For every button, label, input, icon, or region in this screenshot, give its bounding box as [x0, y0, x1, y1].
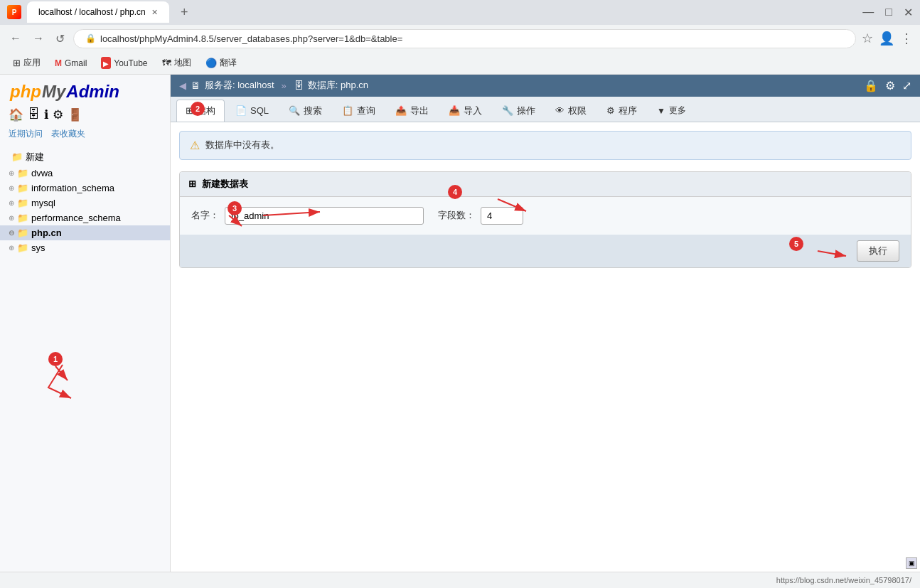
tab-routines[interactable]: ⚙ 程序	[597, 100, 646, 122]
tab-more[interactable]: ▼ 更多	[648, 100, 695, 121]
reload-button[interactable]: ↺	[53, 29, 68, 48]
new-table-header: ⊞ 新建数据表	[180, 172, 911, 197]
forward-button[interactable]: →	[30, 29, 47, 48]
query-tab-label: 查询	[357, 105, 375, 117]
pma-toolbar: 🏠 🗄 ℹ ⚙ 🚪	[0, 105, 170, 125]
execute-button[interactable]: 执行	[857, 240, 899, 262]
gmail-icon: M	[55, 58, 62, 68]
perf-schema-expand-icon: ⊕	[9, 214, 14, 222]
db-item-sys[interactable]: ⊕ 📁 sys	[0, 240, 170, 255]
ops-tab-icon: 🔧	[502, 105, 513, 116]
bookmark-gmail[interactable]: M Gmail	[49, 56, 92, 70]
recent-link[interactable]: 近期访问	[9, 128, 43, 140]
collapse-sidebar-icon[interactable]: ◀	[179, 80, 186, 91]
tab-privileges[interactable]: 👁 权限	[546, 100, 596, 122]
php-cn-label: php.cn	[31, 228, 62, 238]
server-icon: 🖥	[191, 80, 200, 91]
database-icon[interactable]: 🗄	[28, 107, 40, 122]
tab-import[interactable]: 📥 导入	[439, 100, 491, 122]
right-panel: ◀ 🖥 服务器: localhost » 🗄 数据库: php.cn 🔒 ⚙ ⤢…	[171, 75, 920, 572]
panel-header: ◀ 🖥 服务器: localhost » 🗄 数据库: php.cn 🔒 ⚙ ⤢	[171, 75, 920, 97]
info-schema-folder-icon: 📁	[17, 183, 28, 193]
star-icon[interactable]: ☆	[862, 31, 873, 46]
annotation-4-badge: 4	[448, 185, 462, 199]
bookmark-youtube[interactable]: ▶ YouTube	[95, 55, 153, 71]
bookmark-maps-label: 地图	[174, 57, 191, 69]
tab-operations[interactable]: 🔧 操作	[493, 100, 545, 122]
home-icon[interactable]: 🏠	[9, 107, 23, 122]
import-tab-icon: 📥	[449, 105, 460, 116]
new-folder-icon: 📁	[11, 151, 23, 162]
tab-export[interactable]: 📤 导出	[386, 100, 438, 122]
status-url: https://blog.csdn.net/weixin_45798017/	[776, 576, 911, 584]
menu-icon[interactable]: ⋮	[900, 31, 913, 46]
db-new-label: 新建	[26, 151, 44, 164]
bookmarks-bar: ⊞ 应用 M Gmail ▶ YouTube 🗺 地图 🔵 翻译	[0, 53, 920, 75]
info-schema-label: information_schema	[31, 183, 114, 193]
sys-expand-icon: ⊕	[9, 244, 14, 252]
db-item-performance-schema[interactable]: ⊕ 📁 performance_schema	[0, 210, 170, 225]
priv-tab-label: 权限	[568, 105, 587, 117]
tab-query[interactable]: 📋 查询	[333, 100, 385, 122]
php-cn-folder-icon: 📁	[17, 228, 28, 238]
sql-tab-icon: 📄	[235, 105, 247, 116]
new-tab-button[interactable]: +	[175, 5, 194, 20]
address-bar[interactable]: 🔒 localhost/phpMyAdmin4.8.5/server_datab…	[73, 29, 856, 48]
lock-header-icon[interactable]: 🔒	[864, 79, 878, 92]
fields-count-label: 字段数：	[438, 209, 475, 222]
maximize-button[interactable]: □	[885, 6, 892, 19]
tab-search[interactable]: 🔍 搜索	[279, 100, 331, 122]
bookmark-apps[interactable]: ⊞ 应用	[7, 55, 46, 71]
bookmark-maps[interactable]: 🗺 地图	[156, 55, 197, 71]
minimize-button[interactable]: —	[862, 6, 874, 19]
table-name-label: 名字：	[191, 209, 219, 222]
new-table-body: 名字： 字段数：	[180, 197, 911, 235]
youtube-icon: ▶	[101, 57, 111, 69]
more-tab-icon: ▼	[657, 106, 665, 116]
table-name-input[interactable]	[225, 207, 424, 225]
routines-tab-icon: ⚙	[606, 105, 615, 116]
db-breadcrumb-label: 数据库: php.cn	[308, 79, 368, 92]
settings-header-icon[interactable]: ⚙	[885, 79, 895, 92]
settings-icon[interactable]: ⚙	[53, 107, 63, 122]
query-tab-icon: 📋	[342, 105, 353, 116]
table-name-group: 名字：	[191, 207, 424, 225]
account-icon[interactable]: 👤	[879, 31, 894, 46]
import-tab-label: 导入	[464, 105, 482, 117]
logo-my: My	[42, 82, 65, 102]
info-schema-expand-icon: ⊕	[9, 184, 14, 192]
ssl-icon: 🔒	[85, 33, 96, 43]
fields-count-input[interactable]	[481, 207, 523, 225]
db-item-php-cn[interactable]: ⊖ 📁 php.cn	[0, 225, 170, 240]
browser-tab[interactable]: localhost / localhost / php.cn ✕	[27, 1, 169, 23]
back-button[interactable]: ←	[7, 29, 24, 48]
alert-icon: ⚠	[190, 139, 200, 152]
logo-admin: Admin	[66, 82, 119, 102]
db-item-dvwa[interactable]: ⊕ 📁 dvwa	[0, 166, 170, 181]
annotation-1-badge: 1	[48, 352, 63, 366]
bookmark-youtube-label: YouTube	[114, 58, 147, 68]
alert-message: 数据库中没有表。	[205, 139, 279, 151]
breadcrumb-separator: »	[282, 80, 287, 91]
breadcrumb: ◀ 🖥 服务器: localhost » 🗄 数据库: php.cn	[179, 79, 368, 92]
dvwa-folder-icon: 📁	[17, 168, 28, 178]
ops-tab-label: 操作	[517, 105, 535, 117]
dvwa-label: dvwa	[31, 168, 53, 178]
exit-icon[interactable]: 🚪	[68, 107, 82, 122]
apps-icon: ⊞	[13, 58, 21, 68]
expand-header-icon[interactable]: ⤢	[902, 79, 911, 92]
maps-icon: 🗺	[162, 58, 171, 68]
info-icon[interactable]: ℹ	[44, 107, 48, 122]
close-button[interactable]: ✕	[904, 6, 913, 19]
url-text: localhost/phpMyAdmin4.8.5/server_databas…	[100, 33, 844, 44]
db-item-mysql[interactable]: ⊕ 📁 mysql	[0, 196, 170, 210]
db-new[interactable]: 📁 新建	[0, 149, 170, 166]
db-icon: 🗄	[294, 80, 304, 91]
mysql-folder-icon: 📁	[17, 198, 28, 208]
tab-sql[interactable]: 📄 SQL	[226, 100, 278, 120]
tab-close-button[interactable]: ✕	[151, 8, 158, 17]
db-item-information-schema[interactable]: ⊕ 📁 information_schema	[0, 181, 170, 196]
bookmark-translate[interactable]: 🔵 翻译	[200, 55, 242, 71]
favorites-link[interactable]: 表收藏夹	[51, 128, 85, 140]
export-tab-icon: 📤	[395, 105, 407, 116]
